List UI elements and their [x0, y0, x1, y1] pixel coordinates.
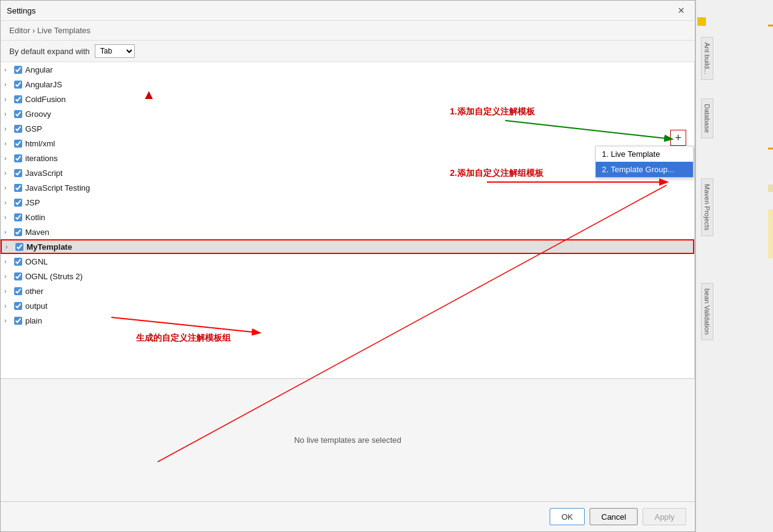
checkbox-groovy[interactable] — [14, 110, 22, 118]
bar-4 — [768, 209, 773, 258]
checkbox-angular[interactable] — [14, 66, 22, 74]
label-plain: plain — [25, 316, 42, 325]
expand-arrow-gsp: › — [4, 125, 12, 132]
toolbar: By default expand with Tab Enter Space — [1, 41, 695, 62]
expand-arrow-kotlin: › — [4, 214, 12, 221]
annotation-1-text: 1.添加自定义注解模板 — [450, 106, 535, 117]
content-area: ›Angular›AngularJS›ColdFusion›Groovy›GSP… — [1, 62, 695, 501]
bar-1 — [768, 25, 773, 26]
bottom-area: ▲ No live templates are selected — [1, 378, 695, 501]
label-mytemplate: MyTemplate — [26, 242, 72, 252]
ant-build-tab[interactable]: Ant build... — [701, 37, 713, 80]
checkbox-other[interactable] — [14, 287, 22, 295]
label-iterations: iterations — [25, 154, 58, 163]
tree-item-jstesting[interactable]: ›JavaScript Testing — [1, 180, 694, 195]
apply-button[interactable]: Apply — [643, 508, 686, 525]
label-jstesting: JavaScript Testing — [25, 183, 90, 193]
checkbox-ognl[interactable] — [14, 258, 22, 266]
label-maven: Maven — [25, 228, 49, 237]
bean-validation-tab[interactable]: bean Validation — [701, 283, 713, 340]
expand-label: By default expand with — [9, 47, 90, 56]
checkbox-kotlin[interactable] — [14, 213, 22, 221]
checkbox-plain[interactable] — [14, 317, 22, 325]
database-tab[interactable]: Database — [701, 98, 713, 138]
checkbox-coldfusion[interactable] — [14, 95, 22, 103]
expand-arrow-jstesting: › — [4, 185, 12, 191]
tree-item-iterations[interactable]: ›iterations — [1, 151, 694, 165]
checkbox-jsp[interactable] — [14, 199, 22, 207]
tree-item-angular[interactable]: ›Angular — [1, 62, 694, 77]
checkbox-output[interactable] — [14, 302, 22, 310]
label-groovy: Groovy — [25, 109, 51, 119]
bar-3 — [768, 185, 773, 192]
dropdown-menu: 1. Live Template 2. Template Group... — [595, 146, 694, 178]
checkbox-javascript[interactable] — [14, 169, 22, 177]
label-coldfusion: ColdFusion — [25, 95, 66, 104]
checkbox-mytemplate[interactable] — [15, 243, 23, 251]
expand-arrow-other: › — [4, 288, 12, 295]
annotation-2-text: 2.添加自定义注解组模板 — [450, 168, 543, 179]
expand-arrow-jsp: › — [4, 199, 12, 206]
tree-item-jsp[interactable]: ›JSP — [1, 195, 694, 210]
cancel-button[interactable]: Cancel — [590, 508, 638, 525]
label-other: other — [25, 287, 44, 296]
expand-arrow-iterations: › — [4, 155, 12, 162]
label-jsp: JSP — [25, 198, 40, 207]
expand-arrow-maven: › — [4, 229, 12, 236]
expand-arrow-groovy: › — [4, 111, 12, 117]
tree-item-ognl[interactable]: ›OGNL — [1, 254, 694, 269]
tree-item-other[interactable]: ›other — [1, 284, 694, 298]
annotation-3-text: 生成的自定义注解模板组 — [136, 333, 231, 344]
add-button[interactable]: + — [670, 130, 686, 146]
tree-item-ognlstruts[interactable]: ›OGNL (Struts 2) — [1, 269, 694, 284]
bar-2 — [768, 148, 773, 149]
tree-item-javascript[interactable]: ›JavaScript — [1, 165, 694, 180]
checkbox-iterations[interactable] — [14, 154, 22, 162]
tree-item-kotlin[interactable]: ›Kotlin — [1, 210, 694, 224]
checkbox-html[interactable] — [14, 140, 22, 148]
checkbox-gsp[interactable] — [14, 125, 22, 133]
tree-item-groovy[interactable]: ›Groovy — [1, 106, 694, 121]
label-gsp: GSP — [25, 124, 42, 133]
tree-item-mytemplate[interactable]: ›MyTemplate — [1, 239, 694, 254]
expand-arrow-plain: › — [4, 317, 12, 324]
expand-select[interactable]: Tab Enter Space — [95, 44, 135, 58]
ok-button[interactable]: OK — [550, 508, 585, 525]
label-kotlin: Kotlin — [25, 213, 46, 222]
tree-item-maven[interactable]: ›Maven — [1, 224, 694, 239]
template-group-option[interactable]: 2. Template Group... — [596, 162, 693, 177]
checkbox-maven[interactable] — [14, 228, 22, 236]
label-ognlstruts: OGNL (Struts 2) — [25, 272, 82, 281]
expand-arrow-ognlstruts: › — [4, 273, 12, 280]
arrow-down-indicator: ▲ — [142, 87, 156, 103]
no-template-text: No live templates are selected — [294, 435, 401, 445]
tree-item-html[interactable]: ›html/xml — [1, 136, 694, 151]
label-output: output — [25, 301, 47, 311]
expand-arrow-html: › — [4, 140, 12, 147]
expand-arrow-coldfusion: › — [4, 96, 12, 103]
breadcrumb-text: Editor › Live Templates — [9, 26, 90, 35]
expand-arrow-angular: › — [4, 66, 12, 73]
left-panel: ›Angular›AngularJS›ColdFusion›Groovy›GSP… — [1, 62, 695, 501]
tree-item-gsp[interactable]: ›GSP — [1, 121, 694, 136]
expand-arrow-output: › — [4, 303, 12, 309]
settings-dialog: Settings ✕ Editor › Live Templates By de… — [0, 0, 695, 532]
tree-list: ›Angular›AngularJS›ColdFusion›Groovy›GSP… — [1, 62, 695, 378]
tree-item-output[interactable]: ›output — [1, 298, 694, 313]
title-bar: Settings ✕ — [1, 1, 695, 21]
checkbox-ognlstruts[interactable] — [14, 272, 22, 280]
tree-item-coldfusion[interactable]: ›ColdFusion — [1, 92, 694, 106]
tree-item-plain[interactable]: ›plain — [1, 313, 694, 328]
label-ognl: OGNL — [25, 257, 48, 266]
checkbox-angularjs[interactable] — [14, 81, 22, 89]
breadcrumb: Editor › Live Templates — [1, 21, 695, 41]
checkbox-jstesting[interactable] — [14, 184, 22, 192]
close-button[interactable]: ✕ — [674, 4, 689, 17]
live-template-option[interactable]: 1. Live Template — [596, 146, 693, 162]
label-javascript: JavaScript — [25, 169, 63, 178]
tree-item-angularjs[interactable]: ›AngularJS — [1, 77, 694, 92]
expand-arrow-ognl: › — [4, 258, 12, 265]
yellow-indicator — [697, 17, 706, 26]
maven-projects-tab[interactable]: Maven Projects — [701, 178, 713, 236]
right-sidebar: Ant build... Database Maven Projects bea… — [695, 0, 773, 532]
